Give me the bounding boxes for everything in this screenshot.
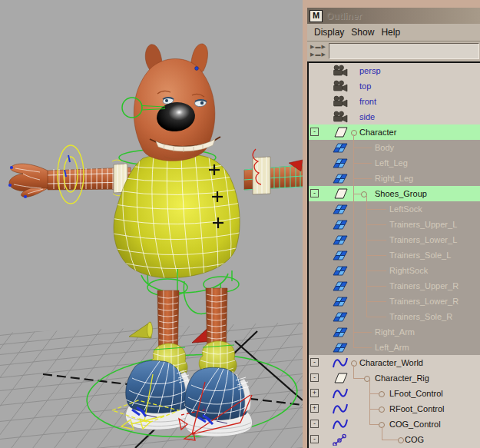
menu-display[interactable]: Display bbox=[314, 27, 344, 38]
mesh-icon bbox=[332, 157, 349, 169]
outliner-filterbar: ▶▬▶▶▬▶ bbox=[307, 41, 480, 61]
row-character-world[interactable]: -Character_World bbox=[309, 355, 480, 370]
mesh-icon bbox=[332, 172, 349, 184]
mesh-icon bbox=[332, 341, 349, 353]
window-title: Outliner bbox=[326, 11, 362, 22]
menu-help[interactable]: Help bbox=[381, 27, 400, 38]
row-side[interactable]: side bbox=[309, 109, 480, 124]
camera-icon bbox=[332, 95, 349, 108]
curve-icon bbox=[332, 403, 349, 415]
row-cog-control[interactable]: -COG_Control bbox=[309, 416, 480, 432]
outliner-tree: persp top front side -Character Body Lef… bbox=[307, 61, 480, 448]
row-trainers-sole-r[interactable]: Trainers_Sole_R bbox=[309, 309, 480, 324]
mesh-icon bbox=[332, 141, 349, 154]
transform-icon bbox=[332, 126, 349, 138]
row-rightsock[interactable]: RightSock bbox=[309, 263, 480, 278]
expand-toggle[interactable]: + bbox=[310, 404, 319, 413]
row-front[interactable]: front bbox=[309, 94, 480, 109]
row-lfoot-control[interactable]: +LFoot_Control bbox=[309, 386, 480, 401]
outliner-filter-input[interactable] bbox=[329, 43, 479, 59]
expand-toggle[interactable]: - bbox=[310, 373, 319, 382]
finger-tip-marker bbox=[8, 184, 12, 187]
row-body[interactable]: Body bbox=[309, 140, 480, 155]
row-rfoot-control[interactable]: +RFoot_Control bbox=[309, 401, 480, 416]
mesh-icon bbox=[332, 264, 349, 277]
right-sleeve-cuff[interactable] bbox=[253, 157, 270, 194]
mesh-icon bbox=[332, 249, 349, 261]
expand-toggle[interactable]: - bbox=[310, 189, 319, 197]
mesh-icon bbox=[332, 203, 349, 215]
expand-toggle[interactable]: - bbox=[310, 358, 319, 367]
maya-logo-icon: M bbox=[310, 10, 323, 22]
mesh-icon bbox=[332, 326, 349, 338]
row-character[interactable]: -Character bbox=[309, 124, 480, 140]
row-cog[interactable]: -COG bbox=[309, 432, 480, 447]
outliner-window: M Outliner Display Show Help ▶▬▶▶▬▶ pers… bbox=[307, 0, 480, 448]
expand-toggle[interactable]: - bbox=[310, 128, 319, 136]
row-persp[interactable]: persp bbox=[309, 63, 480, 78]
mesh-icon bbox=[332, 234, 349, 246]
menu-show[interactable]: Show bbox=[351, 27, 374, 38]
row-right-arm[interactable]: Right_Arm bbox=[309, 324, 480, 340]
joint-icon bbox=[332, 433, 349, 446]
mesh-icon bbox=[332, 310, 349, 323]
mesh-icon bbox=[332, 280, 349, 292]
finger-tip-marker bbox=[10, 166, 13, 169]
camera-icon bbox=[332, 80, 349, 92]
row-right-leg[interactable]: Right_Leg bbox=[309, 171, 480, 186]
expand-toggle[interactable]: - bbox=[310, 435, 319, 443]
expand-toggle[interactable]: - bbox=[310, 420, 319, 428]
row-shoes-group[interactable]: -Shoes_Group bbox=[309, 186, 480, 201]
scene-perspective[interactable] bbox=[0, 0, 303, 448]
camera-icon bbox=[332, 111, 349, 123]
row-trainers-upper-l[interactable]: Trainers_Upper_L bbox=[309, 217, 480, 232]
curve-icon bbox=[332, 357, 349, 369]
outliner-titlebar[interactable]: M Outliner bbox=[307, 8, 480, 24]
row-trainers-lower-l[interactable]: Trainers_Lower_L bbox=[309, 232, 480, 247]
row-leftsock[interactable]: LeftSock bbox=[309, 201, 480, 217]
transform-icon bbox=[332, 187, 349, 200]
row-trainers-upper-r[interactable]: Trainers_Upper_R bbox=[309, 278, 480, 294]
outliner-menubar: Display Show Help bbox=[307, 24, 480, 41]
finger-tip-marker bbox=[24, 195, 27, 198]
mesh-icon bbox=[332, 218, 349, 231]
curve-icon bbox=[332, 418, 349, 430]
expand-toggle[interactable]: + bbox=[310, 389, 319, 397]
row-trainers-lower-r[interactable]: Trainers_Lower_R bbox=[309, 294, 480, 309]
curve-icon bbox=[332, 387, 349, 400]
mesh-icon bbox=[332, 295, 349, 307]
camera-icon bbox=[332, 65, 349, 77]
row-character-rig[interactable]: -Character_Rig bbox=[309, 370, 480, 386]
row-left-arm[interactable]: Left_Arm bbox=[309, 340, 480, 355]
maya-workspace: M Outliner Display Show Help ▶▬▶▶▬▶ pers… bbox=[0, 0, 480, 448]
connection-filter-icon[interactable]: ▶▬▶▶▬▶ bbox=[310, 43, 327, 60]
head-marker-dot bbox=[195, 67, 199, 71]
row-top[interactable]: top bbox=[309, 78, 480, 94]
row-left-leg[interactable]: Left_Leg bbox=[309, 155, 480, 171]
viewport-3d[interactable] bbox=[0, 0, 303, 448]
transform-icon bbox=[332, 372, 349, 384]
row-trainers-sole-l[interactable]: Trainers_Sole_L bbox=[309, 247, 480, 263]
